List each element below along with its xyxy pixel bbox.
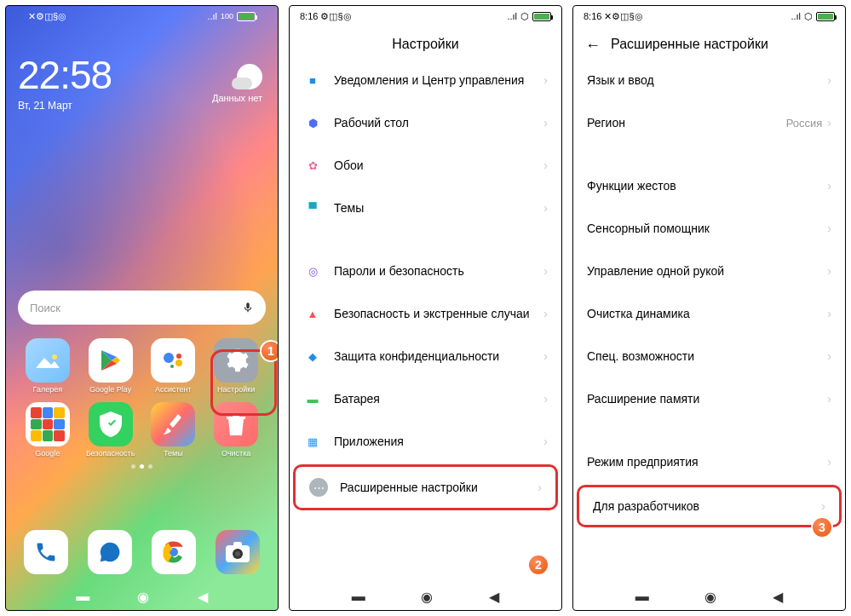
chevron-right-icon: ›: [827, 116, 831, 130]
row-speaker-clean[interactable]: Очистка динамика›: [573, 292, 845, 335]
status-time: 8:16: [584, 11, 601, 21]
gear-icon: [214, 338, 258, 383]
chevron-right-icon: ›: [543, 264, 548, 278]
row-additional-settings[interactable]: ⋯Расширенные настройки›: [293, 464, 558, 510]
wifi-icon: ⬡: [520, 11, 529, 22]
row-one-hand[interactable]: Управление одной рукой›: [573, 250, 845, 292]
row-passwords[interactable]: ◎Пароли и безопасность›: [290, 250, 561, 292]
row-language[interactable]: Язык и ввод›: [573, 59, 845, 101]
row-notifications[interactable]: ■Уведомления и Центр управления›: [290, 59, 561, 101]
weather-icon: [237, 64, 262, 89]
app-google-folder[interactable]: Google: [18, 402, 78, 458]
svg-rect-10: [233, 542, 242, 547]
nav-recents[interactable]: ▬: [76, 589, 89, 604]
chevron-right-icon: ›: [543, 158, 548, 172]
nav-back[interactable]: ◀: [489, 589, 499, 605]
row-touch-assistant[interactable]: Сенсорный помощник›: [573, 207, 845, 250]
shield-icon: [89, 402, 133, 446]
battery-icon: [237, 12, 256, 21]
settings-list[interactable]: ■Уведомления и Центр управления› ⬢Рабочи…: [290, 59, 561, 583]
weather-widget[interactable]: Данных нет: [212, 64, 262, 103]
app-camera[interactable]: [216, 530, 260, 574]
theme-icon: ▀: [303, 199, 322, 217]
chevron-right-icon: ›: [538, 481, 542, 494]
chevron-right-icon: ›: [543, 349, 548, 363]
battery-row-icon: ▬: [303, 389, 322, 408]
gallery-icon: [26, 338, 70, 383]
svg-point-2: [176, 354, 181, 359]
row-gestures[interactable]: Функции жестов›: [573, 164, 845, 207]
nav-recents[interactable]: ▬: [635, 589, 649, 604]
callout-badge-1: 1: [260, 340, 279, 362]
privacy-icon: ◆: [303, 347, 322, 366]
home-screen: ✕⚙◫§◎ ..ıl 100 22:58 Вт, 21 Март Данных …: [5, 5, 279, 611]
battery-pct: 100: [221, 12, 233, 20]
status-icons-left: ✕⚙◫§◎: [28, 11, 66, 22]
battery-icon: [532, 12, 551, 21]
play-icon: [89, 338, 133, 383]
chevron-right-icon: ›: [827, 179, 831, 193]
nav-home[interactable]: ◉: [704, 589, 716, 605]
nav-recents[interactable]: ▬: [352, 589, 365, 604]
row-enterprise[interactable]: Режим предприятия›: [573, 440, 845, 483]
chevron-right-icon: ›: [543, 116, 548, 130]
nav-bar: ▬ ◉ ◀: [18, 583, 266, 610]
nav-home[interactable]: ◉: [421, 589, 433, 605]
app-assistant[interactable]: Ассистент: [144, 338, 204, 394]
row-home-screen[interactable]: ⬢Рабочий стол›: [290, 101, 561, 144]
row-themes[interactable]: ▀Темы›: [290, 187, 561, 229]
app-cleaner[interactable]: Очистка: [206, 402, 266, 458]
chevron-right-icon: ›: [827, 307, 831, 320]
home-icon: ⬢: [303, 113, 322, 132]
wifi-icon: ⬡: [804, 11, 813, 22]
apps-icon: ▦: [303, 432, 322, 451]
callout-badge-3: 3: [811, 516, 833, 538]
app-gallery[interactable]: Галерея: [18, 338, 78, 394]
row-apps[interactable]: ▦Приложения›: [290, 420, 561, 463]
row-privacy[interactable]: ◆Защита конфиденциальности›: [290, 335, 561, 377]
app-security[interactable]: Безопасность: [81, 402, 141, 458]
chevron-right-icon: ›: [827, 349, 831, 363]
app-chrome[interactable]: [152, 530, 196, 574]
page-indicator: [18, 464, 266, 469]
weather-text: Данных нет: [212, 93, 262, 103]
app-messages[interactable]: [88, 530, 132, 574]
page-title: Настройки: [290, 26, 561, 59]
nav-back[interactable]: ◀: [198, 589, 208, 605]
back-arrow-icon[interactable]: ←: [585, 37, 601, 55]
row-region[interactable]: РегионРоссия›: [573, 101, 845, 144]
flower-icon: ✿: [303, 156, 322, 175]
settings-screen: 8:16 ⚙◫§◎ ..ıl⬡ Настройки ■Уведомления и…: [289, 5, 562, 611]
chevron-right-icon: ›: [827, 264, 831, 278]
row-wallpaper[interactable]: ✿Обои›: [290, 144, 561, 187]
signal-icon: ..ıl: [207, 11, 217, 21]
row-memory-extension[interactable]: Расширение памяти›: [573, 377, 845, 420]
notifications-icon: ■: [303, 71, 322, 89]
page-title: ← Расширенные настройки: [573, 26, 845, 59]
search-bar[interactable]: Поиск: [18, 291, 266, 325]
signal-icon: ..ıl: [507, 11, 517, 21]
more-icon: ⋯: [309, 478, 328, 497]
row-emergency[interactable]: ▲Безопасность и экстренные случаи›: [290, 292, 561, 335]
status-icons: ✕⚙◫§◎: [604, 11, 642, 21]
app-themes[interactable]: Темы: [144, 402, 204, 458]
status-bar: 8:16 ✕⚙◫§◎ ..ıl⬡: [573, 6, 845, 26]
battery-icon: [816, 12, 835, 21]
chevron-right-icon: ›: [543, 392, 548, 406]
brush-icon: [151, 402, 195, 446]
nav-back[interactable]: ◀: [773, 589, 783, 605]
app-google-play[interactable]: Google Play: [81, 338, 141, 394]
svg-point-3: [175, 360, 182, 366]
app-phone[interactable]: [24, 530, 68, 574]
additional-settings-list[interactable]: Язык и ввод› РегионРоссия› Функции жесто…: [573, 59, 845, 583]
row-developer-options[interactable]: Для разработчиков›: [577, 485, 842, 527]
mic-icon[interactable]: [242, 302, 254, 314]
chevron-right-icon: ›: [827, 392, 831, 406]
row-accessibility[interactable]: Спец. возможности›: [573, 335, 845, 377]
alert-icon: ▲: [303, 304, 322, 323]
app-settings[interactable]: Настройки: [206, 338, 266, 394]
nav-home[interactable]: ◉: [137, 589, 149, 605]
chevron-right-icon: ›: [827, 455, 831, 469]
status-bar: 8:16 ⚙◫§◎ ..ıl⬡: [290, 6, 561, 26]
row-battery[interactable]: ▬Батарея›: [290, 377, 561, 420]
